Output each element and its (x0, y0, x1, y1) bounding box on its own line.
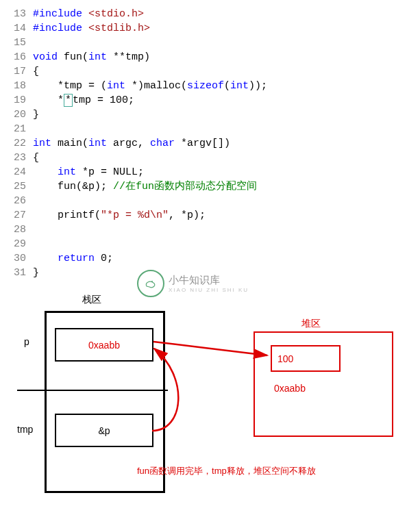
line-number: 28 (7, 223, 26, 237)
line-content: } (33, 108, 39, 122)
code-line: 24 int *p = NULL; (7, 165, 413, 179)
cursor-highlight: * (64, 94, 73, 107)
token-txt: } (33, 267, 39, 279)
heap-region-label: 堆区 (301, 318, 321, 330)
line-content: int *p = NULL; (33, 165, 144, 179)
token-txt: { (33, 66, 39, 77)
watermark-logo-icon (137, 270, 164, 297)
line-content: { (33, 64, 39, 79)
token-txt: * (33, 94, 64, 106)
line-number: 13 (7, 7, 26, 21)
token-txt: tmp = 100; (73, 94, 134, 106)
line-content: printf("*p = %d\n", *p); (33, 208, 206, 223)
token-kw: return (58, 253, 95, 264)
p-label: p (24, 336, 29, 347)
line-content: #include <stdlib.h> (33, 21, 150, 36)
line-number: 19 (7, 93, 26, 108)
heap-value: 100 (277, 353, 293, 364)
line-number: 29 (7, 237, 26, 251)
token-str: <stdio.h> (88, 8, 144, 20)
tmp-label: tmp (17, 424, 33, 435)
code-line: 19 **tmp = 100; (7, 93, 413, 108)
line-number: 17 (7, 64, 26, 79)
code-line: 15 (7, 36, 413, 50)
line-content: #include <stdio.h> (33, 7, 144, 21)
token-txt: ( (224, 80, 230, 92)
code-line: 29 (7, 237, 413, 251)
tmp-box: &p (55, 414, 153, 447)
line-content: } (33, 266, 39, 280)
token-type: void (33, 51, 58, 63)
token-txt: fun( (58, 51, 88, 63)
line-content: void fun(int **tmp) (33, 50, 150, 64)
line-number: 23 (7, 151, 26, 165)
line-content: fun(&p); //在fun函数内部动态分配空间 (33, 179, 257, 194)
line-number: 31 (7, 266, 26, 280)
token-type: char (150, 138, 175, 149)
token-txt: *tmp = ( (33, 80, 107, 92)
heap-address: 0xaabb (274, 383, 306, 394)
token-type: int (58, 166, 76, 178)
code-block: 13#include <stdio.h>14#include <stdlib.h… (7, 7, 413, 280)
code-line: 21 (7, 122, 413, 136)
token-type: int (88, 51, 107, 63)
line-number: 26 (7, 194, 26, 208)
watermark-title: 小牛知识库 (169, 274, 249, 287)
line-content: **tmp = 100; (33, 93, 134, 108)
token-txt: *p = NULL; (76, 166, 144, 178)
token-txt (82, 23, 88, 34)
token-txt: *)malloc( (125, 80, 187, 92)
line-number: 20 (7, 108, 26, 122)
token-txt: printf( (33, 210, 101, 221)
token-txt: main( (51, 138, 88, 149)
token-comment: //在fun函数内部动态分配空间 (113, 181, 257, 192)
token-txt: argc, (107, 138, 150, 149)
code-line: 23{ (7, 151, 413, 165)
heap-value-box: 100 (271, 345, 341, 372)
line-number: 15 (7, 36, 26, 50)
token-txt: )); (249, 80, 267, 92)
line-number: 18 (7, 79, 26, 93)
svg-point-0 (151, 281, 153, 282)
line-number: 25 (7, 179, 26, 194)
token-pp: #include (33, 8, 82, 20)
p-box: 0xaabb (55, 328, 153, 362)
line-number: 30 (7, 251, 26, 266)
line-number: 16 (7, 50, 26, 64)
p-value: 0xaabb (88, 340, 120, 351)
stack-divider (17, 390, 168, 391)
token-txt: } (33, 109, 39, 121)
code-line: 18 *tmp = (int *)malloc(sizeof(int)); (7, 79, 413, 93)
token-txt (82, 8, 88, 20)
token-txt (33, 253, 58, 264)
token-txt: , *p); (169, 210, 206, 221)
code-line: 22int main(int argc, char *argv[]) (7, 136, 413, 151)
code-line: 17{ (7, 64, 413, 79)
code-line: 26 (7, 194, 413, 208)
line-content: return 0; (33, 251, 113, 266)
watermark: 小牛知识库 XIAO NIU ZHI SHI KU (137, 270, 249, 297)
token-type: int (107, 80, 125, 92)
diagram-note: fun函数调用完毕，tmp释放，堆区空间不释放 (137, 465, 316, 477)
code-line: 30 return 0; (7, 251, 413, 266)
line-number: 24 (7, 165, 26, 179)
line-number: 27 (7, 208, 26, 223)
watermark-subtitle: XIAO NIU ZHI SHI KU (169, 287, 249, 293)
code-line: 27 printf("*p = %d\n", *p); (7, 208, 413, 223)
token-str: <stdlib.h> (88, 23, 150, 34)
code-line: 14#include <stdlib.h> (7, 21, 413, 36)
tmp-value: &p (98, 425, 110, 436)
line-content: *tmp = (int *)malloc(sizeof(int)); (33, 79, 267, 93)
code-line: 25 fun(&p); //在fun函数内部动态分配空间 (7, 179, 413, 194)
line-content: int main(int argc, char *argv[]) (33, 136, 230, 151)
code-line: 16void fun(int **tmp) (7, 50, 413, 64)
token-type: int (88, 138, 107, 149)
token-sizeof: sizeof (187, 80, 224, 92)
code-line: 20} (7, 108, 413, 122)
line-number: 14 (7, 21, 26, 36)
token-txt: { (33, 152, 39, 164)
stack-region-label: 栈区 (82, 294, 101, 306)
line-content: { (33, 151, 39, 165)
line-number: 21 (7, 122, 26, 136)
token-txt: **tmp) (107, 51, 150, 63)
